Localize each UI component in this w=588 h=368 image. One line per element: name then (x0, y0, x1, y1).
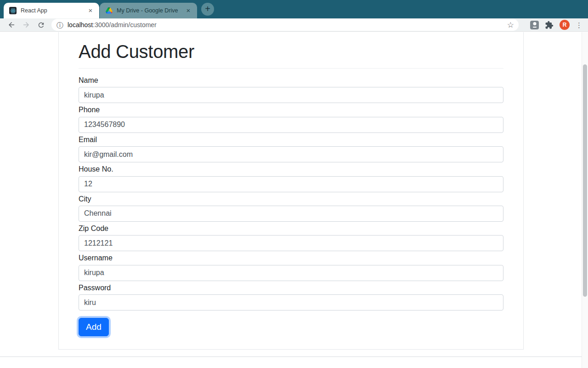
tab-title: My Drive - Google Drive (117, 7, 184, 14)
username-label: Username (79, 254, 503, 262)
browser-chrome: React App × My Drive - Google Drive × + (0, 0, 588, 32)
city-field: City (79, 195, 503, 222)
city-input[interactable] (79, 206, 503, 222)
tab-react-app[interactable]: React App × (4, 3, 99, 18)
google-drive-icon (105, 7, 113, 14)
site-info-icon[interactable]: ⓘ (57, 22, 63, 29)
bookmark-star-icon[interactable]: ☆ (507, 21, 514, 29)
house-no-field: House No. (79, 165, 503, 192)
extensions-puzzle-icon[interactable] (545, 21, 554, 29)
page-title: Add Customer (79, 42, 503, 61)
back-icon[interactable] (6, 19, 17, 31)
url-text[interactable]: localhost:3000/admin/customer (68, 21, 507, 29)
zip-code-field: Zip Code (79, 224, 503, 251)
tab-close-icon[interactable]: × (86, 6, 95, 15)
add-button[interactable]: Add (79, 318, 109, 336)
email-input[interactable] (79, 146, 503, 162)
house-no-input[interactable] (79, 176, 503, 192)
new-tab-button[interactable]: + (201, 3, 214, 16)
name-field: Name (79, 76, 503, 103)
phone-field: Phone (79, 106, 503, 132)
tab-google-drive[interactable]: My Drive - Google Drive × (100, 3, 197, 18)
name-input[interactable] (79, 87, 503, 103)
password-input[interactable] (79, 294, 503, 310)
username-input[interactable] (79, 265, 503, 281)
phone-input[interactable] (79, 117, 503, 133)
password-label: Password (79, 284, 503, 292)
refresh-icon[interactable] (35, 19, 47, 31)
title-divider (79, 68, 503, 69)
page-content: Add Customer Name Phone Email House No. … (0, 32, 588, 368)
house-no-label: House No. (79, 165, 503, 173)
browser-toolbar: ⓘ localhost:3000/admin/customer ☆ R ⋮ (0, 18, 588, 32)
zip-code-label: Zip Code (79, 224, 503, 233)
name-label: Name (79, 76, 503, 85)
email-label: Email (79, 136, 503, 144)
phone-label: Phone (79, 106, 503, 114)
tab-strip: React App × My Drive - Google Drive × + (0, 0, 588, 18)
password-field: Password (79, 284, 503, 310)
address-bar[interactable]: ⓘ localhost:3000/admin/customer ☆ (51, 19, 519, 31)
url-host: localhost (68, 21, 93, 29)
scrollbar-thumb[interactable] (583, 64, 587, 297)
extension-badge-icon[interactable] (530, 21, 539, 29)
react-logo-icon (9, 7, 17, 14)
email-field: Email (79, 136, 503, 162)
username-field: Username (79, 254, 503, 281)
zip-code-input[interactable] (79, 235, 503, 251)
forward-icon (20, 19, 32, 31)
browser-menu-icon[interactable]: ⋮ (576, 22, 582, 29)
scrollbar-track[interactable] (582, 32, 588, 368)
bottom-divider (0, 356, 588, 357)
profile-avatar[interactable]: R (560, 20, 570, 30)
url-path: :3000/admin/customer (93, 21, 157, 29)
city-label: City (79, 195, 503, 203)
add-customer-card: Add Customer Name Phone Email House No. … (58, 32, 524, 350)
tab-close-icon[interactable]: × (184, 6, 192, 15)
tab-title: React App (21, 7, 86, 14)
